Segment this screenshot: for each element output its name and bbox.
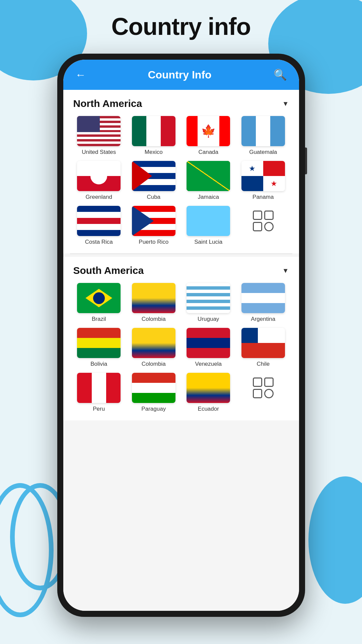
flag-pa-blue [241, 176, 263, 191]
flag-pa-white1: ★ [241, 161, 263, 176]
flag-panama: ★ ★ [241, 161, 285, 191]
more-dot-4 [264, 222, 274, 231]
flag-pa-white2: ★ [263, 176, 285, 191]
flag-pe-red2 [106, 373, 121, 403]
flag-gt-white [256, 116, 270, 146]
phone-screen: ← Country Info 🔍 North America ▼ United … [63, 60, 299, 611]
bg-blob-bottom-right [308, 476, 362, 604]
flag-cuba [132, 161, 175, 191]
flag-brazil [77, 283, 121, 313]
flag-uruguay [187, 283, 230, 313]
app-content: North America ▼ United States [63, 90, 299, 611]
country-name-puerto-rico: Puerto Rico [139, 239, 168, 245]
app-title: Country Info [148, 69, 211, 81]
flag-ca-red1 [187, 116, 198, 146]
flag-br-circle [93, 292, 105, 304]
country-name-canada: Canada [198, 149, 218, 156]
country-name-uruguay: Uruguay [198, 316, 219, 323]
country-item-uruguay[interactable]: Uruguay [183, 283, 234, 323]
country-item-brazil[interactable]: Brazil [73, 283, 125, 323]
panama-star2: ★ [271, 179, 277, 188]
country-item-more-north[interactable] [237, 206, 289, 245]
flag-mx-white [146, 116, 161, 146]
flag-jamaica [187, 161, 230, 191]
flag-paraguay [132, 373, 175, 403]
more-icon-north [241, 206, 285, 236]
more-dot-1 [253, 211, 262, 220]
flag-ecuador [187, 373, 230, 403]
north-america-grid: United States Mexico [73, 116, 289, 245]
more-dots-north [253, 211, 274, 231]
flag-gt-blue2 [270, 116, 285, 146]
country-item-colombia-2[interactable]: Colombia [128, 328, 179, 367]
country-name-saint-lucia: Saint Lucia [194, 239, 222, 245]
country-name-cuba: Cuba [147, 194, 160, 200]
country-name-paraguay: Paraguay [141, 406, 166, 412]
country-item-mexico[interactable]: Mexico [128, 116, 179, 156]
flag-pe-red1 [77, 373, 91, 403]
south-america-grid: Brazil Colombia Uruguay [73, 283, 289, 412]
flag-ca-red2 [219, 116, 230, 146]
panama-star1: ★ [249, 164, 256, 173]
country-item-chile[interactable]: Chile [237, 328, 289, 367]
country-item-venezuela[interactable]: Venezuela [183, 328, 234, 367]
flag-gt-blue1 [241, 116, 256, 146]
more-icon-south [241, 373, 285, 403]
flag-colombia-1 [132, 283, 175, 313]
country-item-guatemala[interactable]: Guatemala [237, 116, 289, 156]
country-item-ecuador[interactable]: Ecuador [183, 373, 234, 412]
country-name-costa-rica: Costa Rica [85, 239, 113, 245]
country-item-united-states[interactable]: United States [73, 116, 125, 156]
flag-ca-white: 🍁 [198, 116, 219, 146]
north-america-dropdown-icon[interactable]: ▼ [282, 100, 289, 108]
country-item-cuba[interactable]: Cuba [128, 161, 179, 200]
country-name-venezuela: Venezuela [195, 361, 222, 367]
more-dot-2 [264, 211, 274, 220]
country-item-colombia-1[interactable]: Colombia [128, 283, 179, 323]
more-dot-s2 [264, 377, 274, 387]
country-item-jamaica[interactable]: Jamaica [183, 161, 234, 200]
flag-puerto-rico [132, 206, 175, 236]
country-item-greenland[interactable]: Greenland [73, 161, 125, 200]
north-america-title: North America [73, 98, 142, 109]
country-name-colombia-2: Colombia [142, 361, 166, 367]
flag-venezuela [187, 328, 230, 358]
country-name-argentina: Argentina [251, 316, 275, 323]
country-name-colombia-1: Colombia [142, 316, 166, 323]
country-item-puerto-rico[interactable]: Puerto Rico [128, 206, 179, 245]
flag-saint-lucia [187, 206, 230, 236]
section-divider [70, 253, 292, 254]
country-item-more-south[interactable] [237, 373, 289, 412]
country-item-panama[interactable]: ★ ★ Panama [237, 161, 289, 200]
phone-side-button [305, 148, 307, 174]
flag-argentina [241, 283, 285, 313]
more-dot-s3 [253, 389, 262, 398]
south-america-dropdown-icon[interactable]: ▼ [282, 267, 289, 275]
country-item-saint-lucia[interactable]: Saint Lucia [183, 206, 234, 245]
flag-mx-green [132, 116, 146, 146]
country-name-brazil: Brazil [92, 316, 106, 323]
flag-canada: 🍁 [187, 116, 230, 146]
country-item-paraguay[interactable]: Paraguay [128, 373, 179, 412]
country-name-ecuador: Ecuador [198, 406, 219, 412]
south-america-section: South America ▼ Brazil [63, 257, 299, 420]
flag-greenland [77, 161, 121, 191]
flag-br-diamond [85, 289, 112, 307]
flag-costa-rica [77, 206, 121, 236]
more-dot-s4 [264, 389, 274, 398]
flag-colombia-2 [132, 328, 175, 358]
country-item-canada[interactable]: 🍁 Canada [183, 116, 234, 156]
phone-frame: ← Country Info 🔍 North America ▼ United … [57, 54, 305, 617]
country-item-bolivia[interactable]: Bolivia [73, 328, 125, 367]
south-america-title: South America [73, 265, 144, 276]
country-item-costa-rica[interactable]: Costa Rica [73, 206, 125, 245]
country-name-bolivia: Bolivia [90, 361, 107, 367]
country-item-argentina[interactable]: Argentina [237, 283, 289, 323]
country-item-peru[interactable]: Peru [73, 373, 125, 412]
flag-mexico [132, 116, 175, 146]
search-button[interactable]: 🔍 [274, 68, 287, 81]
country-name-jamaica: Jamaica [198, 194, 219, 200]
back-button[interactable]: ← [75, 69, 86, 81]
north-america-section: North America ▼ United States [63, 90, 299, 253]
country-name-guatemala: Guatemala [249, 149, 277, 156]
